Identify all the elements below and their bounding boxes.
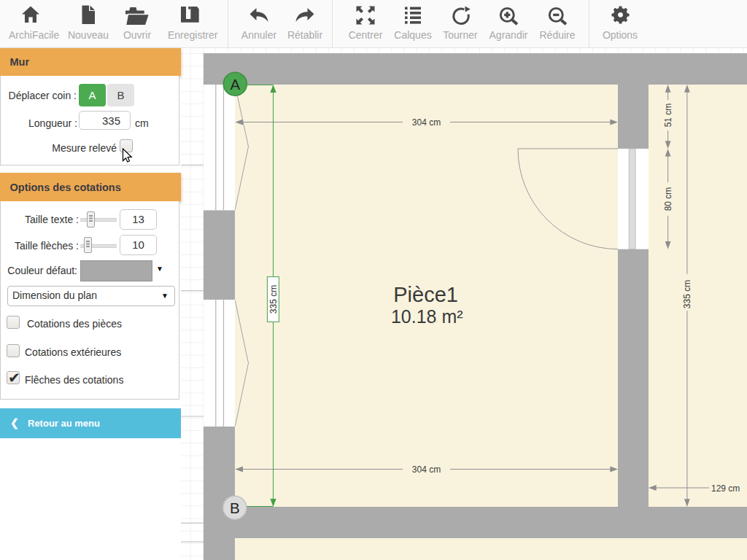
svg-text:304 cm: 304 cm [412, 464, 441, 475]
svg-text:Pièce1: Pièce1 [393, 283, 458, 306]
svg-text:B: B [230, 499, 240, 516]
svg-text:10.18 m²: 10.18 m² [391, 306, 463, 327]
svg-text:129 cm: 129 cm [711, 483, 740, 494]
svg-text:80 cm: 80 cm [663, 187, 673, 211]
svg-text:335 cm: 335 cm [682, 280, 692, 308]
svg-text:51 cm: 51 cm [663, 104, 673, 128]
svg-text:304 cm: 304 cm [412, 117, 441, 128]
svg-text:A: A [230, 76, 240, 93]
svg-text:335 cm: 335 cm [268, 285, 279, 314]
